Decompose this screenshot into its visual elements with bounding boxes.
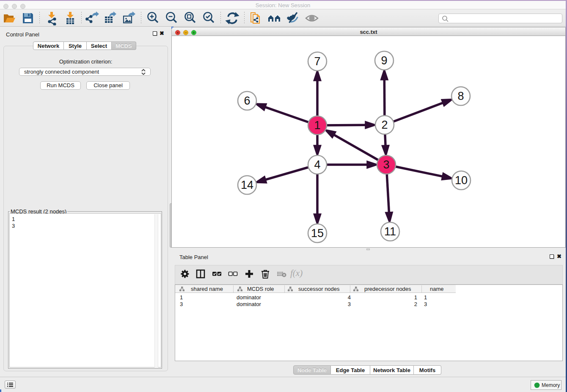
svg-text:10: 10 <box>455 174 468 187</box>
svg-text:3: 3 <box>383 158 389 171</box>
svg-text:14: 14 <box>241 179 253 191</box>
svg-text:7: 7 <box>314 55 320 68</box>
svg-text:4: 4 <box>314 158 320 171</box>
svg-text:2: 2 <box>381 119 388 131</box>
svg-text:8: 8 <box>457 90 464 102</box>
svg-text:6: 6 <box>244 94 250 107</box>
svg-text:11: 11 <box>384 225 396 238</box>
svg-text:9: 9 <box>381 54 387 67</box>
svg-text:1: 1 <box>314 119 320 132</box>
svg-text:15: 15 <box>311 227 324 240</box>
